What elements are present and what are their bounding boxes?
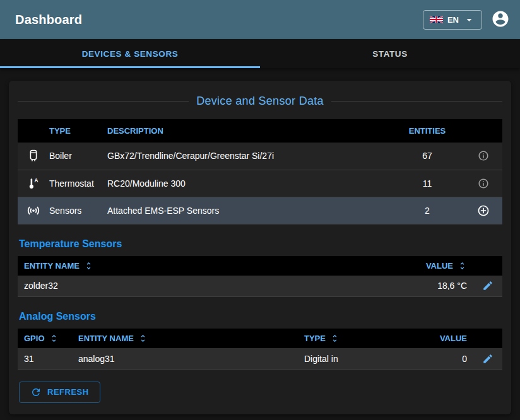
device-description: RC20/Moduline 300 [107, 170, 390, 197]
device-entities-count: 2 [390, 197, 464, 224]
sensor-type: Digital in [298, 348, 415, 370]
column-header-actions [473, 256, 502, 276]
device-table-header-row: TYPE DESCRIPTION ENTITIES [18, 119, 502, 143]
tab-label: STATUS [372, 49, 408, 59]
sensor-value: 0 [415, 348, 473, 370]
edit-icon[interactable] [473, 348, 502, 370]
svg-text:A: A [34, 177, 38, 183]
column-header-entities: ENTITIES [390, 119, 464, 143]
table-row-temperature-sensor[interactable]: zolder32 18,6 °C [18, 276, 502, 297]
sensor-entity-name: zolder32 [18, 276, 366, 297]
sensor-entity-name: analog31 [72, 348, 298, 370]
temperature-sensors-heading: Temperature Sensors [19, 238, 502, 250]
refresh-label: REFRESH [47, 387, 89, 397]
tab-label: DEVICES & SENSORS [82, 49, 179, 59]
add-circle-icon[interactable] [464, 197, 502, 224]
language-selector-button[interactable]: EN [423, 10, 482, 30]
unfold-more-icon [458, 261, 467, 271]
column-header-gpio[interactable]: GPIO [18, 329, 72, 348]
thermostat-icon: A [18, 170, 49, 197]
column-header-type: TYPE [49, 119, 107, 143]
device-entities-count: 11 [390, 170, 464, 197]
device-description: Attached EMS-ESP Sensors [107, 197, 390, 224]
divider [331, 101, 502, 102]
device-type: Thermostat [49, 170, 107, 197]
device-table: TYPE DESCRIPTION ENTITIES [18, 119, 502, 225]
divider [18, 101, 189, 102]
active-tab-indicator [0, 66, 260, 68]
column-header-value[interactable]: VALUE [415, 329, 473, 348]
table-row-thermostat[interactable]: A Thermostat RC20/Moduline 300 11 [18, 170, 502, 197]
unfold-more-icon [330, 334, 340, 343]
refresh-button[interactable]: REFRESH [19, 382, 100, 403]
uk-flag-icon [430, 16, 443, 23]
device-type: Boiler [49, 143, 107, 170]
info-icon[interactable] [464, 170, 502, 197]
page-title: Dashboard [15, 13, 82, 27]
column-header-icon [18, 119, 49, 143]
unfold-more-icon [49, 334, 59, 343]
refresh-icon [30, 387, 42, 398]
appbar-actions: EN [423, 9, 510, 30]
unfold-more-icon [84, 261, 93, 271]
column-label: VALUE [426, 261, 453, 271]
sensor-gpio: 31 [18, 348, 72, 370]
column-header-actions [473, 329, 502, 348]
analog-sensors-table: GPIO ENTITY NAME TYPE [18, 329, 502, 370]
column-header-entity-name[interactable]: ENTITY NAME [72, 329, 298, 348]
unfold-more-icon [138, 334, 148, 343]
account-circle-icon [491, 9, 510, 30]
column-header-entity-name[interactable]: ENTITY NAME [18, 256, 366, 276]
tab-bar: DEVICES & SENSORS STATUS [0, 39, 520, 68]
temperature-sensors-table: ENTITY NAME VALUE zolder32 [18, 256, 502, 298]
sensor-value: 18,6 °C [366, 276, 473, 297]
device-entities-count: 67 [390, 143, 464, 170]
table-row-sensors[interactable]: Sensors Attached EMS-ESP Sensors 2 [18, 197, 502, 224]
info-icon[interactable] [464, 143, 502, 170]
card-title: Device and Sensor Data [196, 95, 324, 108]
sensors-icon [18, 197, 49, 224]
dashboard-card: Device and Sensor Data TYPE DESCRIPTION … [9, 81, 511, 414]
analog-table-header-row: GPIO ENTITY NAME TYPE [18, 329, 502, 348]
device-type: Sensors [49, 197, 107, 224]
column-label: GPIO [24, 334, 45, 343]
column-header-actions [464, 119, 502, 143]
analog-sensors-heading: Analog Sensors [19, 311, 502, 322]
content-area: Device and Sensor Data TYPE DESCRIPTION … [0, 68, 520, 414]
tab-devices-sensors[interactable]: DEVICES & SENSORS [0, 39, 260, 68]
column-header-value[interactable]: VALUE [366, 256, 473, 276]
device-description: GBx72/Trendline/Cerapur/Greenstar Si/27i [107, 143, 390, 170]
column-header-type[interactable]: TYPE [298, 329, 415, 348]
tab-status[interactable]: STATUS [260, 39, 520, 68]
table-row-analog-sensor[interactable]: 31 analog31 Digital in 0 [18, 348, 502, 370]
column-label: TYPE [304, 334, 326, 343]
account-button[interactable] [491, 9, 510, 30]
language-label: EN [447, 15, 459, 25]
temperature-table-header-row: ENTITY NAME VALUE [18, 256, 502, 276]
card-title-row: Device and Sensor Data [18, 95, 502, 108]
chevron-down-icon [463, 14, 475, 26]
table-row-boiler[interactable]: Boiler GBx72/Trendline/Cerapur/Greenstar… [18, 143, 502, 170]
column-header-description: DESCRIPTION [107, 119, 390, 143]
column-label: ENTITY NAME [78, 334, 134, 343]
column-label: ENTITY NAME [24, 261, 80, 271]
edit-icon[interactable] [473, 276, 502, 297]
boiler-icon [18, 143, 49, 170]
app-header: Dashboard EN [0, 0, 520, 39]
